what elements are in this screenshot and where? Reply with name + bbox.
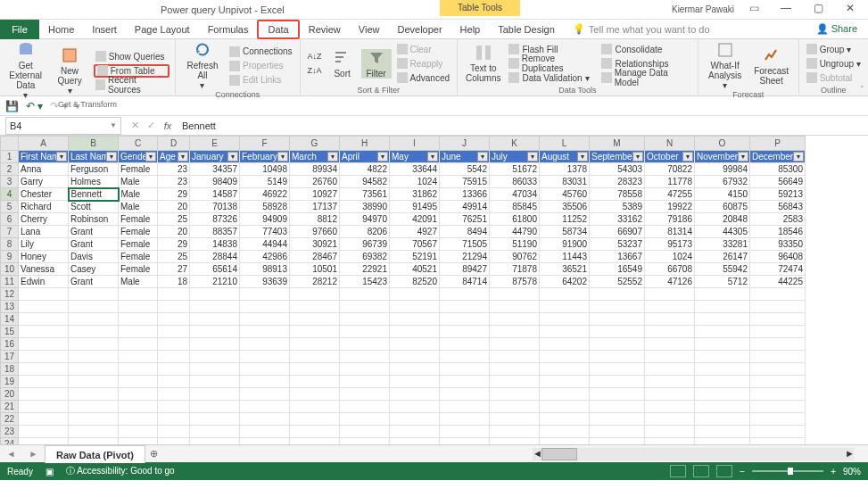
cell[interactable]: [490, 388, 540, 401]
page-break-view-icon[interactable]: [716, 465, 732, 477]
cell[interactable]: [540, 326, 590, 338]
cell[interactable]: 44225: [750, 276, 806, 288]
cell[interactable]: [240, 351, 290, 363]
cell[interactable]: [69, 313, 119, 326]
page-layout-view-icon[interactable]: [693, 465, 709, 477]
tab-data[interactable]: Data: [257, 20, 299, 39]
cell[interactable]: [290, 426, 340, 438]
enter-formula-icon[interactable]: ✓: [143, 120, 159, 131]
cell[interactable]: [190, 288, 240, 301]
cell[interactable]: 45760: [540, 188, 590, 201]
collapse-ribbon-icon[interactable]: ˄: [860, 85, 864, 94]
filter-dropdown-icon[interactable]: ▼: [632, 152, 643, 162]
cell[interactable]: Cherry: [19, 213, 69, 226]
tell-me-search[interactable]: 💡Tell me what you want to do: [573, 23, 710, 35]
cell[interactable]: 98913: [240, 263, 290, 276]
macro-record-icon[interactable]: ▣: [45, 467, 54, 477]
cell[interactable]: Grant: [69, 238, 119, 251]
filter-dropdown-icon[interactable]: ▼: [277, 152, 288, 162]
cell[interactable]: [440, 288, 490, 301]
get-external-data-button[interactable]: Get External Data ▾: [5, 41, 45, 100]
column-header-I[interactable]: I: [390, 137, 440, 151]
cell[interactable]: 94582: [340, 176, 390, 188]
cell[interactable]: [190, 388, 240, 401]
cell[interactable]: 44944: [240, 238, 290, 251]
cell[interactable]: 71878: [490, 263, 540, 276]
sheet-nav-next-icon[interactable]: ►: [29, 449, 38, 459]
cell[interactable]: [340, 401, 390, 413]
cell[interactable]: 58734: [540, 226, 590, 238]
cell[interactable]: 96408: [750, 251, 806, 263]
cell[interactable]: [69, 301, 119, 313]
tab-review[interactable]: Review: [300, 20, 350, 39]
cell[interactable]: Scott: [69, 201, 119, 213]
cell[interactable]: [440, 363, 490, 376]
cell[interactable]: 94970: [340, 213, 390, 226]
cell[interactable]: [69, 363, 119, 376]
row-header-16[interactable]: 16: [1, 338, 19, 351]
cell[interactable]: 1024: [645, 251, 695, 263]
cell[interactable]: [119, 413, 158, 426]
cell[interactable]: 75915: [440, 176, 490, 188]
cell[interactable]: [540, 388, 590, 401]
cell[interactable]: 51190: [490, 238, 540, 251]
cell[interactable]: 88357: [190, 226, 240, 238]
spreadsheet-grid[interactable]: ABCDEFGHIJKLMNOP1First Name▼Last Name▼Ge…: [0, 136, 868, 444]
cell[interactable]: [490, 363, 540, 376]
column-header-K[interactable]: K: [490, 137, 540, 151]
cell[interactable]: [340, 438, 390, 445]
tab-formulas[interactable]: Formulas: [199, 20, 258, 39]
cell[interactable]: 36521: [540, 263, 590, 276]
cell[interactable]: [69, 438, 119, 445]
filter-dropdown-icon[interactable]: ▼: [793, 152, 804, 162]
cell[interactable]: [158, 351, 190, 363]
cell[interactable]: Ferguson: [69, 163, 119, 176]
cell[interactable]: 28212: [290, 276, 340, 288]
cell[interactable]: 20: [158, 201, 190, 213]
refresh-all-button[interactable]: Refresh All ▾: [181, 41, 224, 90]
cell[interactable]: [390, 426, 440, 438]
cell[interactable]: [390, 376, 440, 388]
filter-dropdown-icon[interactable]: ▼: [427, 152, 438, 162]
cell[interactable]: [695, 338, 750, 351]
cell[interactable]: [158, 376, 190, 388]
sort-button[interactable]: Sort: [327, 49, 358, 79]
cell[interactable]: [390, 413, 440, 426]
cell[interactable]: Edwin: [19, 276, 69, 288]
cell[interactable]: 53237: [590, 238, 645, 251]
cell[interactable]: [750, 438, 806, 445]
new-sheet-button[interactable]: ⊕: [145, 448, 163, 460]
cell[interactable]: [340, 376, 390, 388]
table-header-cell[interactable]: April▼: [340, 151, 390, 163]
filter-dropdown-icon[interactable]: ▼: [738, 152, 748, 162]
cell[interactable]: [290, 376, 340, 388]
cell[interactable]: [390, 338, 440, 351]
cell[interactable]: 40521: [390, 263, 440, 276]
cell[interactable]: Casey: [69, 263, 119, 276]
manage-data-model-button[interactable]: Manage Data Model: [599, 71, 691, 85]
cell[interactable]: [390, 326, 440, 338]
name-box[interactable]: B4▼: [5, 117, 121, 135]
cell[interactable]: [750, 426, 806, 438]
cell[interactable]: 71505: [440, 238, 490, 251]
cell[interactable]: [590, 413, 645, 426]
cell[interactable]: [190, 438, 240, 445]
cell[interactable]: [590, 326, 645, 338]
cell[interactable]: [158, 326, 190, 338]
cell[interactable]: 8494: [440, 226, 490, 238]
cell[interactable]: Female: [119, 238, 158, 251]
tab-developer[interactable]: Developer: [388, 20, 451, 39]
cell[interactable]: 51672: [490, 163, 540, 176]
cell[interactable]: 16549: [590, 263, 645, 276]
share-button[interactable]: 👤 Share: [816, 23, 857, 35]
cell[interactable]: [158, 363, 190, 376]
column-header-D[interactable]: D: [158, 137, 190, 151]
normal-view-icon[interactable]: [670, 465, 686, 477]
cell[interactable]: [19, 426, 69, 438]
column-header-O[interactable]: O: [695, 137, 750, 151]
cell[interactable]: [190, 376, 240, 388]
cell[interactable]: [340, 388, 390, 401]
cell[interactable]: 25: [158, 213, 190, 226]
cell[interactable]: 18: [158, 276, 190, 288]
cell[interactable]: Male: [119, 276, 158, 288]
